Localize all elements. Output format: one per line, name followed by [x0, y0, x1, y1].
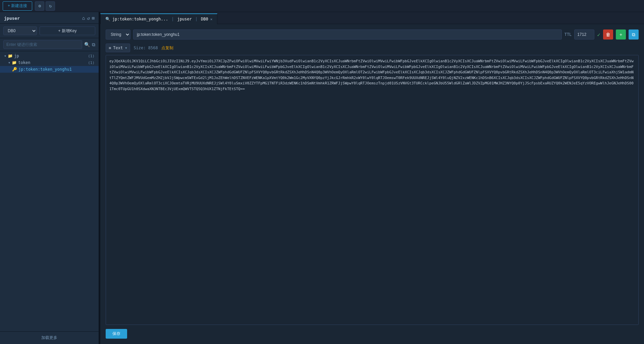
- tab-user: jpuser: [177, 17, 192, 21]
- main-layout: jpuser ⌂ ↺ ⊞ DB0 DB1 DB2 DB3 + 新增Key 🔍 ⧉: [0, 12, 644, 344]
- tree-label-token: token: [18, 60, 30, 65]
- copy-action-button[interactable]: ⧉: [629, 29, 639, 40]
- value-toolbar: ≡ Text ▾ Size: 8568 点复制: [106, 44, 639, 52]
- size-info: Size: 8568: [133, 46, 158, 50]
- trash-icon: 🗑: [606, 32, 610, 37]
- key-name-input[interactable]: [133, 29, 562, 40]
- settings-icon-btn[interactable]: ⚙: [35, 1, 44, 11]
- value-textarea[interactable]: eyJQeXAiOiJKV1QiLCJhbGciOiJIUzI1NiJ9.eyJ…: [106, 55, 639, 325]
- tabs-bar: 🔍 jp:token:token_yongh... | jpuser | DB0…: [100, 12, 644, 24]
- copy-button[interactable]: ⧉: [92, 42, 95, 48]
- tab-db: DB0: [201, 17, 208, 21]
- db-selector[interactable]: DB0 DB1 DB2 DB3: [3, 26, 37, 35]
- key-detail: String Hash List Set ZSet TTL ✓ 🗑 + ⧉: [100, 24, 644, 344]
- ttl-label: TTL: [565, 32, 572, 37]
- refresh-icon-btn[interactable]: ↻: [46, 1, 55, 11]
- tab-close-button[interactable]: ✕: [210, 17, 213, 21]
- top-bar-icons: ⚙ ↻: [35, 1, 55, 11]
- sidebar: jpuser ⌂ ↺ ⊞ DB0 DB1 DB2 DB3 + 新增Key 🔍 ⧉: [0, 12, 99, 344]
- folder-icon-token: 📁: [12, 60, 17, 65]
- tree-item-jp[interactable]: ▾ 📁 jp (1): [0, 53, 99, 59]
- copy-text-button[interactable]: 点复制: [161, 45, 173, 51]
- refresh-icon: ↻: [49, 3, 52, 8]
- copy-icon: ⧉: [632, 32, 635, 38]
- sidebar-header: jpuser ⌂ ↺ ⊞: [0, 12, 99, 24]
- tab-main[interactable]: 🔍 jp:token:token_yongh... | jpuser | DB0…: [100, 13, 217, 24]
- tree-item-key[interactable]: 🔑 jp:token:token_yonghu1: [0, 66, 99, 73]
- tree-label-jp: jp: [14, 54, 19, 58]
- sync-icon[interactable]: ↺: [87, 15, 90, 21]
- grid-icon[interactable]: ⊞: [92, 15, 95, 21]
- search-button[interactable]: 🔍: [84, 42, 90, 47]
- tab-sep1: |: [170, 17, 175, 21]
- tree-badge-jp: (1): [88, 54, 95, 58]
- plus-icon: +: [620, 32, 622, 37]
- new-connection-button[interactable]: + 新建连接: [3, 1, 32, 11]
- search-input[interactable]: [3, 40, 82, 49]
- save-row: 保存: [106, 329, 639, 339]
- db-selector-row: DB0 DB1 DB2 DB3 + 新增Key: [0, 24, 99, 38]
- tree-area: ▾ 📁 jp (1) ▾ 📁 token (1) 🔑 jp:token:toke…: [0, 51, 99, 331]
- new-key-button[interactable]: + 新增Key: [40, 26, 95, 35]
- value-type-label: Text: [113, 46, 123, 50]
- load-more-button[interactable]: 加载更多: [0, 331, 99, 344]
- tree-key-label: jp:token:token_yonghu1: [18, 67, 72, 72]
- chevron-down-icon-token: ▾: [8, 60, 10, 65]
- key-icon: 🔑: [12, 67, 17, 72]
- sidebar-header-icons: ⌂ ↺ ⊞: [82, 15, 95, 21]
- folder-icon: 📁: [8, 54, 13, 58]
- search-row: 🔍 ⧉: [0, 38, 99, 51]
- ttl-input[interactable]: [574, 29, 594, 40]
- top-bar: + 新建连接 ⚙ ↻: [0, 0, 644, 12]
- delete-button[interactable]: 🗑: [603, 29, 613, 40]
- gear-icon: ⚙: [38, 3, 41, 8]
- tree-item-token[interactable]: ▾ 📁 token (1): [0, 59, 99, 66]
- ttl-check-icon[interactable]: ✓: [597, 31, 600, 38]
- tab-search-icon: 🔍: [105, 17, 110, 21]
- value-type-selector[interactable]: ≡ Text ▾: [106, 44, 130, 52]
- save-button[interactable]: 保存: [106, 329, 127, 339]
- chevron-down-icon-value: ▾: [125, 46, 127, 50]
- add-button[interactable]: +: [616, 29, 626, 40]
- value-type-icon: ≡: [109, 46, 111, 50]
- type-selector[interactable]: String Hash List Set ZSet: [106, 29, 130, 40]
- home-icon[interactable]: ⌂: [82, 15, 85, 21]
- tab-label: jp:token:token_yongh...: [112, 17, 168, 21]
- tree-badge-token: (1): [88, 61, 95, 65]
- sidebar-username: jpuser: [4, 16, 20, 21]
- content-area: 🔍 jp:token:token_yongh... | jpuser | DB0…: [100, 12, 644, 344]
- key-toolbar: String Hash List Set ZSet TTL ✓ 🗑 + ⧉: [106, 29, 639, 40]
- chevron-down-icon: ▾: [4, 54, 6, 58]
- tab-sep2: |: [194, 17, 199, 21]
